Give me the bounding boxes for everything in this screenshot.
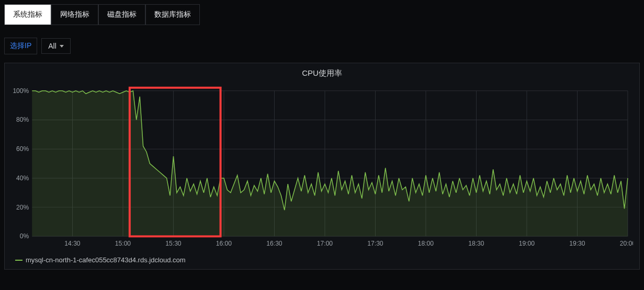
svg-text:19:00: 19:00: [519, 240, 535, 247]
ip-dropdown[interactable]: All: [41, 38, 71, 54]
svg-text:100%: 100%: [13, 87, 29, 95]
legend-series-label: mysql-cn-north-1-cafec055cc8743d4.rds.jd…: [26, 256, 186, 264]
svg-text:17:00: 17:00: [317, 240, 333, 247]
svg-text:18:00: 18:00: [418, 240, 434, 247]
svg-text:40%: 40%: [16, 175, 29, 182]
chevron-down-icon: [60, 45, 64, 48]
cpu-line-chart: 0%20%40%60%80%100%14:3015:0015:3016:0016…: [7, 80, 633, 251]
ip-dropdown-selected: All: [48, 42, 57, 50]
svg-text:19:30: 19:30: [569, 240, 585, 247]
legend-swatch-icon: [15, 260, 22, 261]
tab-system[interactable]: 系统指标: [4, 4, 51, 25]
tabs-bar: 系统指标 网络指标 磁盘指标 数据库指标: [0, 0, 644, 25]
tab-database[interactable]: 数据库指标: [145, 4, 200, 25]
tab-disk[interactable]: 磁盘指标: [98, 4, 145, 25]
svg-text:60%: 60%: [16, 145, 29, 153]
svg-text:16:30: 16:30: [266, 240, 283, 247]
chart-legend: mysql-cn-north-1-cafec055cc8743d4.rds.jd…: [5, 253, 639, 269]
svg-text:20%: 20%: [16, 204, 29, 211]
svg-text:17:30: 17:30: [367, 240, 383, 247]
tab-network[interactable]: 网络指标: [51, 4, 98, 25]
svg-text:18:30: 18:30: [468, 240, 484, 247]
svg-text:16:00: 16:00: [216, 240, 232, 247]
chart-panel: CPU使用率 0%20%40%60%80%100%14:3015:0015:30…: [4, 63, 640, 270]
ip-selector-row: 选择IP All: [0, 25, 644, 61]
svg-text:20:00: 20:00: [620, 240, 633, 247]
select-ip-button[interactable]: 选择IP: [4, 38, 37, 54]
svg-text:14:30: 14:30: [64, 240, 81, 247]
svg-text:0%: 0%: [20, 233, 29, 240]
svg-text:15:00: 15:00: [115, 240, 131, 247]
svg-text:80%: 80%: [16, 117, 29, 124]
svg-text:15:30: 15:30: [165, 240, 182, 247]
panel-title: CPU使用率: [5, 63, 639, 80]
chart-area: 0%20%40%60%80%100%14:3015:0015:3016:0016…: [5, 80, 639, 253]
